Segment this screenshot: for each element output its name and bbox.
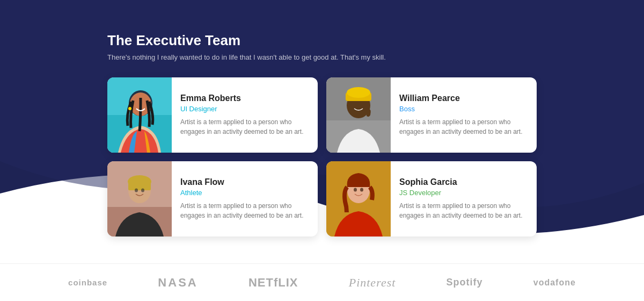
card-desc-william: Artist is a term applied to a person who… bbox=[399, 117, 528, 137]
logos-bar: coinbase NASA NETfLIX Pinterest Spotify … bbox=[0, 263, 644, 301]
card-name-william: William Pearce bbox=[399, 94, 528, 103]
svg-point-16 bbox=[135, 189, 138, 192]
card-body-william: William Pearce Boss Artist is a term app… bbox=[391, 77, 537, 153]
avatar-emma bbox=[107, 77, 172, 153]
logo-nasa: NASA bbox=[158, 276, 197, 290]
logo-coinbase: coinbase bbox=[68, 278, 107, 287]
avatar-ivana bbox=[107, 161, 172, 236]
svg-point-17 bbox=[141, 189, 144, 192]
svg-rect-15 bbox=[128, 181, 151, 190]
logo-vodafone: vodafone bbox=[533, 278, 576, 288]
card-desc-emma: Artist is a term applied to a person who… bbox=[180, 117, 309, 137]
card-body-sophia: Sophia Garcia JS Developer Artist is a t… bbox=[391, 161, 537, 236]
svg-point-21 bbox=[360, 188, 363, 192]
avatar-william bbox=[326, 77, 391, 153]
svg-point-10 bbox=[347, 87, 370, 98]
card-desc-sophia: Artist is a term applied to a person who… bbox=[399, 201, 528, 220]
card-role-sophia: JS Developer bbox=[399, 189, 528, 197]
card-body-ivana: Ivana Flow Athlete Artist is a term appl… bbox=[172, 161, 318, 236]
card-name-sophia: Sophia Garcia bbox=[399, 177, 528, 187]
svg-point-4 bbox=[128, 107, 131, 110]
card-role-william: Boss bbox=[399, 105, 528, 113]
logo-pinterest: Pinterest bbox=[349, 276, 396, 290]
logo-spotify: Spotify bbox=[447, 277, 483, 288]
team-grid: Emma Roberts UI Designer Artist is a ter… bbox=[107, 77, 537, 236]
section-subtitle: There's nothing I really wanted to do in… bbox=[107, 53, 537, 61]
main-content: The Executive Team There's nothing I rea… bbox=[0, 0, 644, 236]
team-card-william[interactable]: William Pearce Boss Artist is a term app… bbox=[326, 77, 537, 153]
svg-point-20 bbox=[354, 188, 357, 192]
team-card-sophia[interactable]: Sophia Garcia JS Developer Artist is a t… bbox=[326, 161, 537, 236]
card-role-ivana: Athlete bbox=[180, 189, 309, 197]
card-desc-ivana: Artist is a term applied to a person who… bbox=[180, 201, 309, 220]
section-title: The Executive Team bbox=[107, 32, 537, 49]
card-role-emma: UI Designer bbox=[180, 105, 309, 113]
card-body-emma: Emma Roberts UI Designer Artist is a ter… bbox=[172, 77, 318, 153]
team-card-ivana[interactable]: Ivana Flow Athlete Artist is a term appl… bbox=[107, 161, 318, 236]
card-name-ivana: Ivana Flow bbox=[180, 177, 309, 187]
team-card-emma[interactable]: Emma Roberts UI Designer Artist is a ter… bbox=[107, 77, 318, 153]
avatar-sophia bbox=[326, 161, 391, 236]
card-name-emma: Emma Roberts bbox=[180, 94, 309, 103]
logo-netflix: NETfLIX bbox=[248, 276, 298, 290]
